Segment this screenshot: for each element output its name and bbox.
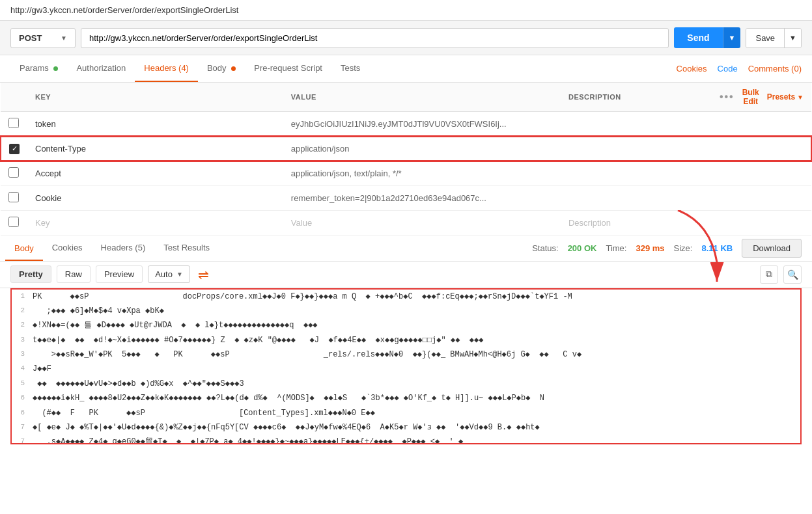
row-checkbox-4[interactable] [8, 192, 19, 202]
bottom-tab-test-results[interactable]: Test Results [154, 236, 219, 260]
wrap-icon[interactable]: ⇌ [198, 267, 209, 282]
tab-params[interactable]: Params [10, 55, 67, 82]
send-button-group: Send ▼ [674, 27, 740, 48]
request-bar: POST ▼ Send ▼ Save ▼ [0, 21, 812, 55]
bottom-tab-headers[interactable]: Headers (5) [92, 236, 155, 260]
headers-table: KEY VALUE DESCRIPTION ••• Bulk Edit Pres… [0, 83, 812, 236]
value-cell: application/json [291, 144, 350, 154]
bottom-tabs-and-status: Body Cookies Headers (5) Test Results St… [0, 236, 812, 262]
status-label: Status: [532, 243, 558, 253]
url-input[interactable] [81, 28, 669, 48]
value-cell: application/json, text/plain, */* [291, 169, 402, 178]
code-line: 7 .s◆A◆◆◆◆ Z◆4◆_q◆eG0◆◆貿◆T◆ ◆ ◆|◆7P◆ a◆ … [12, 435, 800, 444]
line-number: 2 [12, 304, 33, 318]
save-button[interactable]: Save [746, 29, 784, 47]
table-row-highlighted: ✓ Content-Type application/json [1, 137, 811, 161]
line-content: .s◆A◆◆◆◆ Z◆4◆_q◆eG0◆◆貿◆T◆ ◆ ◆|◆7P◆ a◆ 4◆… [33, 435, 463, 444]
save-dropdown-arrow[interactable]: ▼ [784, 29, 801, 47]
line-number: 1 [12, 290, 33, 303]
code-view: 1 PK ◆◆sP docProps/core.xml◆◆J◆0 F◆}◆◆}◆… [10, 288, 802, 444]
row-checkbox-3[interactable] [8, 167, 19, 178]
value-placeholder: Value [291, 218, 312, 228]
line-number: 2 [12, 319, 33, 332]
send-button[interactable]: Send [674, 27, 722, 48]
line-content: ◆!XN◆◆=(◆◆ 틀 ◆D◆◆◆◆ ◆Ut@rJWDA ◆ ◆ l◆}t◆◆… [33, 319, 318, 332]
row-checkbox-5[interactable] [8, 217, 19, 227]
table-row: token eyJhbGciOiJIUzI1NiJ9.eyJMT0dJTl9VU… [1, 112, 811, 137]
url-bar: http://gw3.ykccn.net/orderServer/order/e… [0, 0, 812, 21]
key-cell: Accept [35, 169, 61, 178]
method-value: POST [19, 33, 42, 43]
send-dropdown-arrow[interactable]: ▼ [723, 27, 741, 48]
three-dots-icon[interactable]: ••• [720, 91, 735, 103]
presets-link[interactable]: Presets ▼ [767, 92, 804, 101]
cookies-link[interactable]: Cookies [677, 64, 707, 74]
line-content: (#◆◆ F PK ◆◆sP [Content_Types].xml◆◆◆N◆0… [33, 407, 375, 420]
key-cell: Content-Type [35, 144, 86, 154]
code-line: 2 ;◆◆◆ ◆6]◆M◆$◆4 v◆Xpa ◆bK◆ [12, 304, 800, 318]
tab-authorization[interactable]: Authorization [67, 55, 135, 82]
copy-icon-button[interactable]: ⧉ [760, 265, 778, 284]
row-checkbox-2[interactable]: ✓ [9, 144, 20, 154]
url-display: http://gw3.ykccn.net/orderServer/order/e… [10, 5, 238, 15]
bottom-tab-cookies[interactable]: Cookies [43, 236, 92, 260]
auto-select[interactable]: Auto ▼ [148, 265, 190, 283]
code-line: 5 ◆◆ ◆◆◆◆◆◆U◆vU◆>◆d◆◆b ◆)d%G◆x ◆^◆◆"◆◆◆S… [12, 377, 800, 391]
tab-body[interactable]: Body [198, 55, 245, 82]
preview-button[interactable]: Preview [96, 265, 143, 283]
toolbar-right: ⧉ 🔍 [760, 265, 802, 284]
line-number: 6 [12, 407, 33, 420]
code-line: 4 J◆◆F [12, 362, 800, 376]
time-label: Time: [606, 243, 626, 253]
line-number: 4 [12, 362, 33, 375]
status-section: Status: 200 OK Time: 329 ms Size: 8.11 K… [527, 239, 807, 258]
line-number: 6 [12, 392, 33, 405]
code-line: 3 t◆◆e◆|◆ ◆◆ ◆d!◆~X◆i◆◆◆◆◆◆ #O◆7◆◆◆◆◆◆} … [12, 333, 800, 347]
value-cell: eyJhbGciOiJIUzI1NiJ9.eyJMT0dJTl9VU0VSX0t… [291, 119, 507, 129]
comments-link[interactable]: Comments (0) [748, 64, 802, 74]
save-button-group: Save ▼ [746, 28, 802, 48]
row-checkbox-1[interactable] [8, 118, 19, 128]
tabs-right: Cookies Code Comments (0) [677, 64, 802, 74]
params-dot [53, 66, 58, 71]
line-content: ◆◆ ◆◆◆◆◆◆U◆vU◆>◆d◆◆b ◆)d%G◆x ◆^◆◆"◆◆◆S◆◆… [33, 377, 244, 390]
col-value-header: VALUE [283, 83, 561, 112]
pretty-button[interactable]: Pretty [10, 265, 51, 283]
table-row: Cookie remember_token=2|90b1a2d2710ed63e… [1, 185, 811, 210]
line-content: PK ◆◆sP docProps/core.xml◆◆J◆0 F◆}◆◆}◆◆◆… [33, 290, 572, 303]
line-content: ;◆◆◆ ◆6]◆M◆$◆4 v◆Xpa ◆bK◆ [33, 304, 164, 318]
presets-chevron: ▼ [797, 94, 804, 101]
line-number: 3 [12, 334, 33, 347]
body-dot [231, 66, 236, 71]
line-content: ◆[ ◆e◆ J◆ ◆%T◆|◆◆'◆U◆d◆◆◆◆{&)◆%Z◆◆j◆◆{nF… [33, 421, 540, 434]
status-value: 200 OK [568, 243, 597, 253]
key-cell: Cookie [35, 193, 61, 203]
top-tabs-bar: Params Authorization Headers (4) Body Pr… [0, 55, 812, 83]
bottom-tab-body[interactable]: Body [5, 236, 43, 261]
response-toolbar: Pretty Raw Preview Auto ▼ ⇌ ⧉ 🔍 [0, 262, 812, 288]
table-row-placeholder: Key Value Description [1, 210, 811, 235]
code-link[interactable]: Code [718, 64, 738, 74]
download-button[interactable]: Download [742, 239, 802, 258]
response-body-section: 1 PK ◆◆sP docProps/core.xml◆◆J◆0 F◆}◆◆}◆… [10, 288, 802, 444]
key-placeholder: Key [35, 218, 49, 228]
method-select[interactable]: POST ▼ [10, 28, 76, 48]
code-line: 3 >◆◆sR◆◆_W'◆PK 5◆◆◆ ◆ PK ◆◆sP _rels/.re… [12, 347, 800, 362]
code-line: 6 (#◆◆ F PK ◆◆sP [Content_Types].xml◆◆◆N… [12, 406, 800, 420]
key-cell: token [35, 119, 56, 129]
method-chevron: ▼ [61, 34, 67, 42]
code-line: 7 ◆[ ◆e◆ J◆ ◆%T◆|◆◆'◆U◆d◆◆◆◆{&)◆%Z◆◆j◆◆{… [12, 420, 800, 435]
value-cell: remember_token=2|90b1a2d2710ed63e94ad067… [291, 193, 486, 203]
bulk-edit-link[interactable]: Bulk Edit [742, 88, 759, 106]
table-row: Accept application/json, text/plain, */* [1, 161, 811, 186]
line-content: ◆◆◆◆◆◆i◆kH_ ◆◆◆◆8◆U2◆◆◆Z◆◆k◆K◆◆◆◆◆◆◆ ◆◆?… [33, 392, 544, 405]
tab-pre-request[interactable]: Pre-request Script [245, 55, 331, 82]
tab-headers[interactable]: Headers (4) [135, 55, 198, 82]
search-icon-button[interactable]: 🔍 [783, 265, 802, 284]
size-value: 8.11 KB [701, 243, 733, 253]
tab-tests[interactable]: Tests [331, 55, 369, 82]
line-number: 7 [12, 421, 33, 434]
code-line: 1 PK ◆◆sP docProps/core.xml◆◆J◆0 F◆}◆◆}◆… [12, 290, 800, 304]
line-content: t◆◆e◆|◆ ◆◆ ◆d!◆~X◆i◆◆◆◆◆◆ #O◆7◆◆◆◆◆◆} Z … [33, 334, 483, 347]
raw-button[interactable]: Raw [57, 265, 91, 283]
